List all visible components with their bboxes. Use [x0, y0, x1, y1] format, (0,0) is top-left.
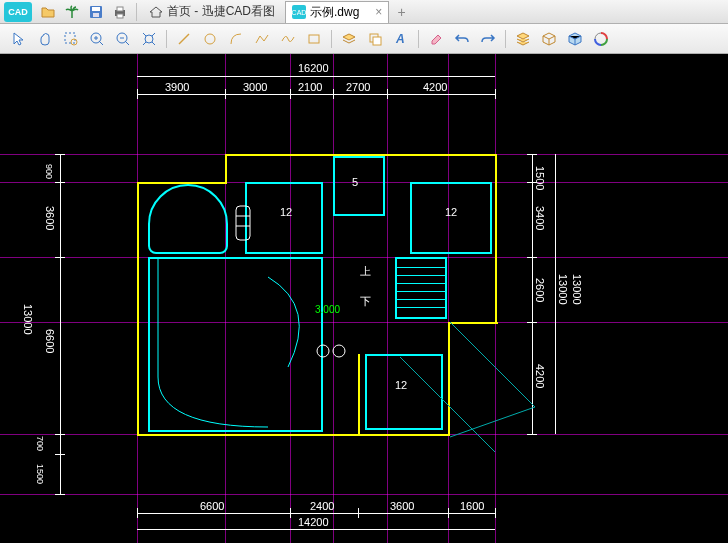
- dim-value: 700: [35, 436, 45, 451]
- svg-rect-1: [92, 7, 100, 11]
- svg-rect-12: [309, 35, 319, 43]
- separator: [418, 30, 419, 48]
- room-label: 12: [280, 206, 292, 218]
- titlebar: CAD 首页 - 迅捷CAD看图 CAD 示例.dwg × +: [0, 0, 728, 24]
- svg-rect-19: [236, 206, 250, 240]
- copy-tool[interactable]: [364, 28, 386, 50]
- zoom-window-tool[interactable]: [60, 28, 82, 50]
- erase-tool[interactable]: [425, 28, 447, 50]
- dim-tick: [55, 182, 65, 183]
- furniture: [234, 204, 254, 244]
- wall: [495, 154, 497, 324]
- dim-line: [137, 76, 495, 77]
- dim-total-top: 16200: [298, 62, 329, 74]
- axis-line: [387, 54, 388, 543]
- zoom-out-tool[interactable]: [112, 28, 134, 50]
- dim-value: 6600: [44, 329, 56, 353]
- redo-tool[interactable]: [477, 28, 499, 50]
- room: [410, 182, 492, 254]
- rect-tool[interactable]: [303, 28, 325, 50]
- dim-tick: [448, 508, 449, 518]
- svg-rect-14: [373, 37, 381, 45]
- dim-value: 3000: [243, 81, 267, 93]
- room-label: 12: [445, 206, 457, 218]
- wall: [358, 354, 360, 436]
- block-tool[interactable]: [538, 28, 560, 50]
- dim-tick: [333, 89, 334, 99]
- dim-line: [60, 154, 61, 494]
- dim-line: [137, 513, 495, 514]
- 3d-tool[interactable]: [564, 28, 586, 50]
- dim-tick: [137, 508, 138, 518]
- dim-value: 3600: [390, 500, 414, 512]
- home-icon: [149, 5, 163, 19]
- separator: [505, 30, 506, 48]
- dim-tick: [527, 257, 537, 258]
- cursor-tool[interactable]: [8, 28, 30, 50]
- dim-total-left: 13000: [22, 304, 34, 335]
- dim-tick: [55, 154, 65, 155]
- axis-line: [333, 54, 334, 543]
- polyline-tool[interactable]: [251, 28, 273, 50]
- file-tab[interactable]: CAD 示例.dwg ×: [285, 1, 389, 23]
- undo-tool[interactable]: [451, 28, 473, 50]
- drawing-canvas[interactable]: 16200 3900 3000 2100 2700 4200 1500 3400…: [0, 54, 728, 543]
- pan-tool[interactable]: [34, 28, 56, 50]
- render-tool[interactable]: [590, 28, 612, 50]
- stairs: [395, 257, 447, 319]
- room: [333, 156, 385, 216]
- axis-line: [448, 54, 449, 543]
- app-logo: CAD: [4, 2, 32, 22]
- svg-point-7: [71, 39, 77, 45]
- dim-tick: [55, 257, 65, 258]
- dim-value: 6600: [200, 500, 224, 512]
- svg-rect-5: [117, 14, 123, 18]
- down-label: 下: [360, 294, 371, 309]
- zoom-in-tool[interactable]: [86, 28, 108, 50]
- open-icon[interactable]: [38, 2, 58, 22]
- projection-lines: [400, 322, 550, 452]
- dim-tick: [290, 508, 291, 518]
- dim-tick: [55, 434, 65, 435]
- room: [245, 182, 323, 254]
- svg-rect-4: [117, 7, 123, 11]
- svg-rect-2: [93, 13, 99, 17]
- save-icon[interactable]: [86, 2, 106, 22]
- svg-text:A: A: [395, 32, 405, 46]
- layer-tool[interactable]: [338, 28, 360, 50]
- palm-icon[interactable]: [62, 2, 82, 22]
- main-toolbar: A: [0, 24, 728, 54]
- dim-value: 2400: [310, 500, 334, 512]
- svg-point-10: [145, 35, 153, 43]
- dim-value: 1600: [460, 500, 484, 512]
- circle-tool[interactable]: [199, 28, 221, 50]
- dim-value: 2700: [346, 81, 370, 93]
- room-label: 5: [352, 176, 358, 188]
- home-tab[interactable]: 首页 - 迅捷CAD看图: [141, 1, 283, 22]
- svg-point-11: [205, 34, 215, 44]
- zoom-extents-tool[interactable]: [138, 28, 160, 50]
- dim-value: 4200: [423, 81, 447, 93]
- dim-tick: [55, 494, 65, 495]
- arc-tool[interactable]: [225, 28, 247, 50]
- dim-value: 3600: [44, 206, 56, 230]
- separator: [136, 3, 137, 21]
- dim-tick: [225, 89, 226, 99]
- dim-line: [555, 154, 556, 434]
- dim-tick: [137, 89, 138, 99]
- axis-line: [0, 257, 728, 258]
- dim-tick: [495, 508, 496, 518]
- room: [148, 184, 228, 254]
- close-tab-icon[interactable]: ×: [375, 5, 382, 19]
- dim-value: 900: [44, 164, 54, 179]
- layers-tool[interactable]: [512, 28, 534, 50]
- text-tool[interactable]: A: [390, 28, 412, 50]
- print-icon[interactable]: [110, 2, 130, 22]
- dim-tick: [387, 89, 388, 99]
- line-tool[interactable]: [173, 28, 195, 50]
- dim-value: 1500: [35, 464, 45, 484]
- spline-tool[interactable]: [277, 28, 299, 50]
- dim-tick: [55, 454, 65, 455]
- svg-point-17: [317, 345, 329, 357]
- new-tab-button[interactable]: +: [389, 4, 413, 20]
